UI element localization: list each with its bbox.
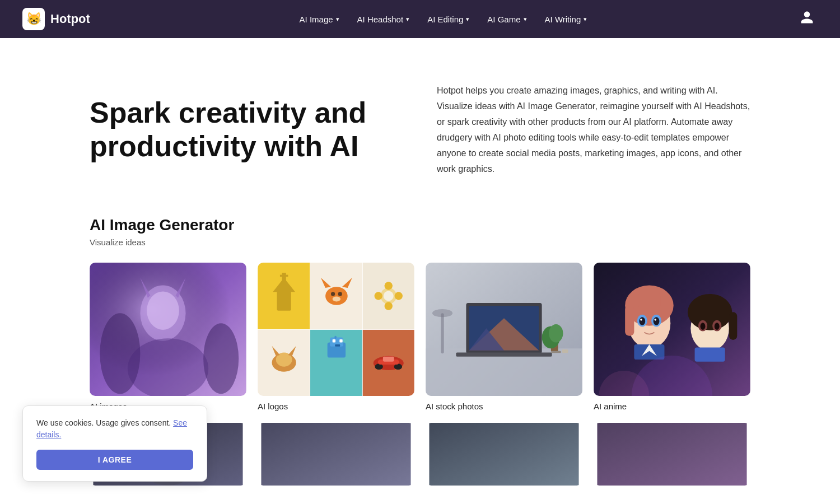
card-thumbnail-ai-logos [258,263,414,396]
svg-point-22 [333,296,340,301]
brand-name: Hotpot [50,12,90,26]
svg-point-21 [338,292,342,296]
svg-point-54 [549,324,563,342]
nav-links: AI Image ▾ AI Headshot ▾ AI Editing ▾ AI… [292,10,595,29]
svg-rect-36 [339,339,342,342]
svg-point-17 [325,287,348,305]
card-label-ai-stock-photos: AI stock photos [426,402,483,411]
logo[interactable]: 😸 Hotpot [22,8,90,30]
svg-rect-85 [429,423,578,486]
card-thumbnail-ai-anime [594,263,750,396]
svg-rect-35 [333,339,335,342]
svg-point-77 [700,323,705,330]
nav-item-ai-headshot[interactable]: AI Headshot ▾ [349,10,418,29]
section-title: AI Image Generator [90,216,750,234]
svg-rect-84 [261,423,410,486]
svg-point-69 [654,319,656,321]
card-label-ai-logos: AI logos [258,402,288,411]
svg-point-66 [639,317,645,325]
svg-point-24 [385,282,393,290]
card-thumbnail-ai-stock-photos [426,263,582,396]
chevron-down-icon: ▾ [336,16,339,23]
chevron-down-icon: ▾ [524,16,527,23]
nav-label-ai-editing: AI Editing [427,15,463,24]
svg-rect-62 [625,306,634,336]
svg-rect-55 [441,313,444,353]
svg-rect-16 [280,275,288,277]
svg-point-28 [384,291,394,301]
svg-rect-79 [695,347,725,361]
nav-label-ai-image: AI Image [300,15,333,24]
nav-label-ai-game: AI Game [487,15,520,24]
svg-rect-57 [551,351,561,353]
svg-rect-38 [334,336,337,339]
card-thumbnail-bottom-2 [258,423,414,486]
svg-rect-63 [638,293,661,308]
card-thumbnail-bottom-3 [426,423,582,486]
svg-point-73 [688,294,732,330]
svg-point-78 [715,323,720,330]
card-bottom-2[interactable] [258,423,414,491]
svg-rect-15 [282,273,286,283]
nav-item-ai-game[interactable]: AI Game ▾ [479,10,534,29]
svg-point-5 [203,323,239,394]
nav-item-ai-writing[interactable]: AI Writing ▾ [537,10,595,29]
svg-rect-13 [277,291,291,311]
svg-point-25 [385,302,393,310]
cookie-text-content: We use cookies. Usage gives consent. [36,418,171,427]
svg-rect-43 [383,357,394,362]
card-ai-stock-photos[interactable]: AI stock photos [426,263,582,412]
nav-item-ai-editing[interactable]: AI Editing ▾ [419,10,477,29]
svg-rect-37 [335,344,340,347]
svg-point-67 [654,317,660,325]
svg-point-56 [432,309,452,317]
hero-title: Spark creativity and productivity with A… [90,96,403,164]
card-thumbnail-ai-images [90,263,246,396]
card-bottom-3[interactable] [426,423,582,491]
card-ai-logos[interactable]: AI logos [258,263,414,412]
svg-rect-86 [597,423,746,486]
card-thumbnail-bottom-4 [594,423,750,486]
nav-label-ai-writing: AI Writing [545,15,581,24]
svg-rect-51 [456,352,552,356]
cookie-banner: We use cookies. Usage gives consent. See… [22,405,207,482]
section-subtitle: Visualize ideas [90,237,750,247]
svg-point-26 [375,292,382,300]
user-account-icon[interactable] [796,7,818,31]
svg-rect-58 [562,349,568,353]
nav-item-ai-image[interactable]: AI Image ▾ [292,10,347,29]
hero-section: Spark creativity and productivity with A… [56,38,784,205]
chevron-down-icon: ▾ [466,16,469,23]
image-grid: AI images [90,263,750,412]
hero-right: Hotpot helps you create amazing images, … [437,83,750,177]
card-bottom-4[interactable] [594,423,750,491]
cookie-agree-button[interactable]: I AGREE [36,450,193,470]
svg-point-27 [395,292,403,300]
hero-left: Spark creativity and productivity with A… [90,96,403,164]
cookie-message: We use cookies. Usage gives consent. See… [36,417,193,441]
hero-description: Hotpot helps you create amazing images, … [437,83,750,177]
card-ai-anime[interactable]: AI anime [594,263,750,412]
svg-point-68 [640,319,642,321]
card-ai-images[interactable]: AI images [90,263,246,412]
navigation: 😸 Hotpot AI Image ▾ AI Headshot ▾ AI Edi… [0,0,840,38]
logo-icon: 😸 [22,8,45,30]
chevron-down-icon: ▾ [406,16,409,23]
nav-label-ai-headshot: AI Headshot [357,15,404,24]
svg-point-20 [331,292,335,296]
svg-rect-74 [729,312,737,340]
chevron-down-icon: ▾ [584,16,587,23]
svg-point-3 [147,291,179,330]
card-label-ai-anime: AI anime [594,402,627,411]
